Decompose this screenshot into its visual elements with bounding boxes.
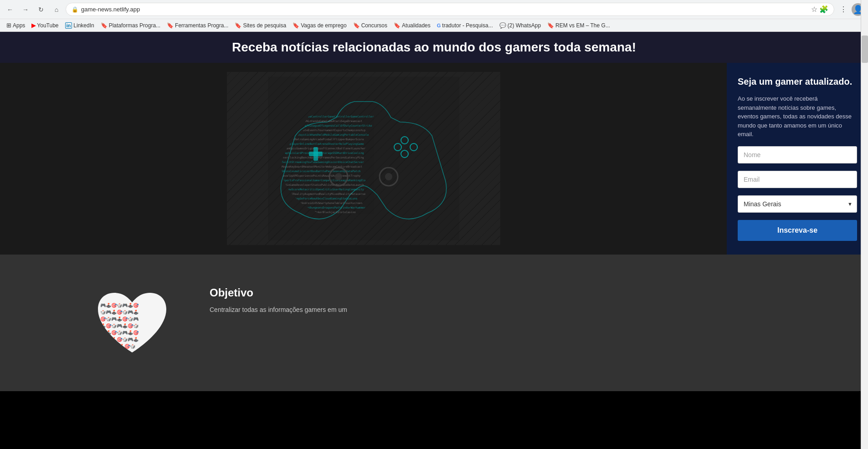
- address-bar[interactable]: 🔒 ☆ 🧩: [66, 3, 834, 16]
- bookmark-whatsapp[interactable]: 💬 (2) WhatsApp: [497, 21, 544, 30]
- svg-text:GraphicsCardProcessorRAMStorag: GraphicsCardProcessorRAMStorageSSDHardDr…: [282, 151, 364, 155]
- form-panel: Seja um gamer atualizado. Ao se inscreve…: [727, 63, 868, 255]
- scrollbar-thumb[interactable]: [862, 36, 868, 63]
- svg-text:🎮🕹️🎯🎲🎮🕹️🎯: 🎮🕹️🎯🎲🎮🕹️🎯: [100, 302, 139, 308]
- bookmark-concursos[interactable]: 🔖 Concursos: [350, 21, 390, 30]
- page-content: Receba notícias relacionadas ao mundo do…: [0, 32, 868, 391]
- svg-text:🎯🎲🎮🕹️🎯🎲🎮: 🎯🎲🎮🕹️🎯🎲🎮: [100, 316, 139, 322]
- bookmark-ferramentas[interactable]: 🔖 Ferramentas Progra...: [164, 21, 231, 30]
- form-heading: Seja um gamer atualizado.: [738, 77, 857, 87]
- objective-title: Objetivo: [210, 286, 347, 299]
- plataformas-icon: 🔖: [101, 22, 108, 29]
- svg-text:IndieGameDeveloperStudioPublis: IndieGameDeveloperStudioPublisherRelease…: [282, 183, 364, 187]
- vagas-icon: 🔖: [293, 22, 299, 29]
- svg-text:🎲🎮🕹️🎯🎲🎮🕹️: 🎲🎮🕹️🎯🎲🎮🕹️: [100, 309, 139, 315]
- tradutor-icon: G: [437, 23, 441, 28]
- atualidades-icon: 🔖: [394, 22, 401, 29]
- rem-icon: 🔖: [547, 22, 554, 29]
- state-select-wrapper: Minas Gerais São Paulo Rio de Janeiro Ba…: [738, 195, 857, 213]
- menu-button[interactable]: ⋮: [837, 3, 850, 16]
- bookmark-rem[interactable]: 🔖 REM vs EM – The G...: [544, 21, 613, 30]
- bookmark-sites[interactable]: 🔖 Sites de pesquisa: [232, 21, 289, 30]
- back-button[interactable]: ←: [4, 3, 16, 16]
- form-description: Ao se inscrever você receberá semanalmen…: [738, 94, 857, 139]
- svg-text:OverclockingBenchmarkFPSFrames: OverclockingBenchmarkFPSFramesPerSecondL…: [282, 156, 364, 159]
- svg-text:eSportsProfessionalGamerCompet: eSportsProfessionalGamerCompetitionLeagu…: [282, 179, 366, 182]
- heart-games-icon: 🎮🕹️🎯🎲🎮🕹️🎯 🎲🎮🕹️🎯🎲🎮🕹️ 🎯🎲🎮🕹️🎯🎲🎮 🕹️🎯🎲🎮🕹️🎯🎲 🎮…: [91, 282, 173, 364]
- concursos-icon: 🔖: [353, 22, 360, 29]
- controller-art-svg: GameControllerGameControllerGameControll…: [268, 77, 459, 240]
- browser-chrome: ← → ↻ ⌂ 🔒 ☆ 🧩 ⋮ 👤 ⊞ Apps ▶ YouTube: [0, 0, 868, 32]
- bookmark-youtube[interactable]: ▶ YouTube: [29, 21, 61, 30]
- svg-text:SkinsCosmeticsLootBoxBattlePas: SkinsCosmeticsLootBoxBattlePassSeasonUpd…: [282, 169, 361, 173]
- svg-text:🎮🕹️🎯🎲🎮🕹️🎯: 🎮🕹️🎯🎲🎮🕹️🎯: [100, 330, 139, 336]
- svg-text:MouseKeyboardHeadsetMonitorWeb: MouseKeyboardHeadsetMonitorWebcamCapture…: [282, 165, 362, 168]
- email-input[interactable]: [738, 171, 857, 188]
- svg-rect-31: [309, 152, 323, 156]
- svg-point-35: [385, 173, 392, 180]
- youtube-icon: ▶: [31, 22, 36, 29]
- hero-banner: Receba notícias relacionadas ao mundo do…: [0, 32, 868, 63]
- bookmark-vagas[interactable]: 🔖 Vagas de emprego: [290, 21, 349, 30]
- lock-icon: 🔒: [72, 6, 78, 13]
- svg-text:MultiplayerOnlineBattleArenaSh: MultiplayerOnlineBattleArenaShooterRoleP…: [282, 142, 364, 146]
- forward-button[interactable]: →: [19, 3, 32, 16]
- state-select[interactable]: Minas Gerais São Paulo Rio de Janeiro Ba…: [738, 195, 857, 213]
- address-bar-actions: ☆ 🧩: [811, 5, 828, 14]
- svg-text:SteamEpicGamesOriginUbisoftCon: SteamEpicGamesOriginUbisoftConnectBattle…: [282, 147, 366, 150]
- bookmark-atualidades[interactable]: 🔖 Atualidades: [391, 21, 433, 30]
- reload-button[interactable]: ↻: [35, 3, 47, 16]
- ferramentas-icon: 🔖: [167, 22, 174, 29]
- bookmark-apps[interactable]: ⊞ Apps: [4, 20, 28, 30]
- whatsapp-icon: 💬: [499, 22, 506, 29]
- svg-text:🎲🎮🕹️🎯🎲🎮🕹️: 🎲🎮🕹️🎯🎲🎮🕹️: [100, 337, 139, 342]
- browser-actions: ⋮ 👤: [837, 3, 864, 16]
- svg-text:ReviewScoreMetacriticOpenCriti: ReviewScoreMetacriticOpenCriticUserRatin…: [282, 188, 364, 191]
- svg-text:🎯🎲🎮🕹️🎯🎲: 🎯🎲🎮🕹️🎯🎲: [103, 343, 136, 349]
- browser-toolbar: ← → ↻ ⌂ 🔒 ☆ 🧩 ⋮ 👤: [0, 0, 868, 19]
- svg-text:🕹️🎯🎲🎮🕹️🎯🎲: 🕹️🎯🎲🎮🕹️🎯🎲: [100, 323, 139, 329]
- objective-section: Objetivo Centralizar todas as informaçõe…: [210, 282, 347, 315]
- url-input[interactable]: [81, 6, 808, 13]
- controller-background: GameControllerGameControllerGameControll…: [0, 63, 727, 255]
- svg-point-33: [335, 173, 342, 180]
- main-section: GameControllerGameControllerGameControll…: [0, 63, 868, 255]
- apps-icon: ⊞: [6, 22, 11, 29]
- objective-description: Centralizar todas as informações gamers …: [210, 305, 347, 315]
- home-button[interactable]: ⌂: [50, 3, 63, 16]
- subscribe-button[interactable]: Inscreva-se: [738, 220, 857, 241]
- bookmarks-bar: ⊞ Apps ▶ YouTube in LinkedIn 🔖 Plataform…: [0, 19, 868, 31]
- name-input[interactable]: [738, 146, 857, 163]
- svg-text:TwitchStreamingYouTubeGamingDi: TwitchStreamingYouTubeGamingDiscordVoice…: [282, 160, 364, 164]
- scrollbar[interactable]: [861, 0, 868, 391]
- star-icon[interactable]: ☆: [811, 5, 817, 14]
- sites-icon: 🔖: [235, 22, 241, 29]
- bottom-section: 🎮🕹️🎯🎲🎮🕹️🎯 🎲🎮🕹️🎯🎲🎮🕹️ 🎯🎲🎮🕹️🎯🎲🎮 🕹️🎯🎲🎮🕹️🎯🎲 🎮…: [0, 255, 868, 391]
- linkedin-icon: in: [65, 22, 72, 29]
- svg-text:LevelUpXPExperiencePointsRewar: LevelUpXPExperiencePointsRewardAchieveme…: [282, 174, 361, 178]
- banner-title: Receba notícias relacionadas ao mundo do…: [8, 40, 860, 55]
- heart-svg: 🎮🕹️🎯🎲🎮🕹️🎯 🎲🎮🕹️🎯🎲🎮🕹️ 🎯🎲🎮🕹️🎯🎲🎮 🕹️🎯🎲🎮🕹️🎯🎲 🎮…: [91, 282, 173, 364]
- bookmark-plataformas[interactable]: 🔖 Plataformas Progra...: [98, 21, 163, 30]
- extensions-icon[interactable]: 🧩: [819, 5, 828, 14]
- bookmark-tradutor[interactable]: G tradutor - Pesquisa...: [434, 21, 496, 30]
- bookmark-linkedin[interactable]: in LinkedIn: [62, 21, 97, 30]
- svg-text:VirtualRealityAugmentedReality: VirtualRealityAugmentedRealityMixedReali…: [282, 192, 366, 196]
